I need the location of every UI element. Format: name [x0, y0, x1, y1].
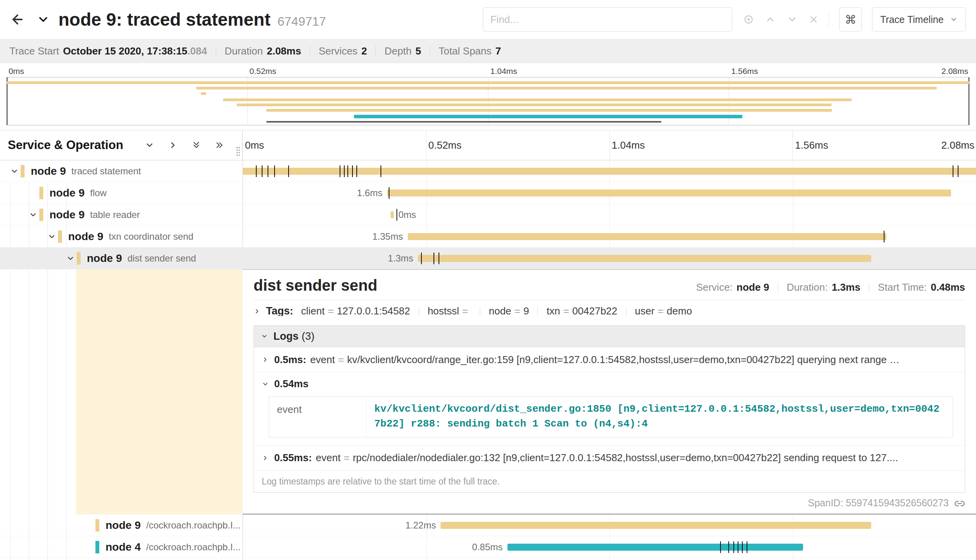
span-event-tick [340, 165, 340, 177]
span-id-value: 5597415943526560273 [846, 497, 949, 509]
service-name: node 4 [106, 541, 141, 553]
collapse-children-icon[interactable] [29, 211, 37, 219]
span-row[interactable]: node 9 txn coordinator send 1.35ms [0, 226, 976, 248]
span-bar[interactable] [507, 544, 803, 551]
keyboard-shortcuts-button[interactable]: ⌘ [839, 7, 862, 32]
span-name-cell[interactable]: node 9 flow [0, 182, 243, 204]
span-row[interactable]: node 9 /cockroach.roachpb.I... 1.22ms [0, 514, 976, 536]
log-time: 0.5ms: [274, 354, 306, 366]
span-name-cell[interactable]: node 9 dist sender send [0, 248, 243, 269]
axis-tick-label: 0.52ms [250, 67, 277, 76]
span-event-tick [274, 165, 275, 177]
minimap-span-bar [7, 81, 969, 84]
service-name: node 9 [49, 187, 85, 199]
span-bar-lane[interactable]: 0ms [243, 204, 976, 225]
log-time: 0.54ms [274, 378, 308, 390]
axis-tick-label: 0ms [245, 139, 264, 151]
span-row[interactable]: node 9 table reader 0ms [0, 204, 976, 226]
span-bar[interactable] [387, 190, 951, 197]
collapse-trace-header-icon[interactable] [37, 13, 50, 26]
service-color-chip [95, 541, 99, 553]
span-duration-label: 1.35ms [243, 231, 403, 242]
expand-all-icon[interactable] [215, 140, 224, 150]
trace-id: 6749717 [277, 14, 326, 29]
clear-search-icon[interactable] [809, 14, 819, 25]
trace-view-select[interactable]: Trace Timeline [872, 7, 966, 32]
span-detail-accent [76, 269, 243, 514]
back-button[interactable] [10, 12, 25, 27]
span-bar-lane[interactable]: 1.35ms [243, 226, 976, 247]
span-name-cell[interactable]: node 4 /cockroach.roachpb.I... [0, 536, 243, 558]
span-bar-lane[interactable]: 1.3ms [243, 248, 976, 269]
span-row-selected[interactable]: node 9 dist sender send 1.3ms [0, 248, 976, 269]
logs-title: Logs [273, 330, 299, 342]
minimap-overlay-bar [266, 121, 661, 123]
minimap-scrubber-right[interactable] [968, 77, 969, 125]
collapse-one-icon[interactable] [145, 140, 154, 150]
log-entry[interactable]: 0.5ms: event=kv/kvclient/kvcoord/range_i… [254, 347, 965, 372]
minimap-span-bar [223, 98, 852, 101]
header-divider [829, 12, 829, 27]
axis-tick-label: 0.52ms [428, 139, 462, 151]
services-label: Services [319, 45, 358, 57]
span-bar[interactable] [408, 233, 887, 240]
depth-value: 5 [416, 45, 421, 57]
collapse-all-icon[interactable] [192, 140, 201, 150]
span-bar[interactable] [391, 211, 394, 218]
log-entry-header[interactable]: 0.54ms [262, 378, 957, 390]
operation-name: /cockroach.roachpb.I... [146, 520, 241, 531]
minimap-canvas[interactable] [6, 77, 970, 125]
span-event-tick [268, 165, 268, 177]
operation-name: table reader [90, 209, 140, 220]
span-rows: node 9 traced statement node 9 flow 1.6m… [0, 160, 976, 560]
span-event-tick [389, 187, 389, 199]
span-bar[interactable] [440, 522, 871, 529]
span-bar-lane[interactable]: 0.85ms [243, 536, 976, 558]
span-event-tick [738, 541, 738, 553]
span-row[interactable]: node 4 /cockroach.roachpb.I... 0.85ms [0, 536, 976, 558]
collapse-children-icon[interactable] [10, 167, 19, 176]
span-id-row: SpanID: 5597415943526560273 [254, 493, 965, 509]
span-bar-lane[interactable] [243, 160, 976, 182]
axis-tick-label: 1.04ms [490, 67, 517, 76]
span-name-cell[interactable]: node 9 txn coordinator send [0, 226, 243, 247]
logs-footnote: Log timestamps are relative to the start… [254, 471, 965, 492]
service-color-chip [21, 165, 25, 177]
span-bar-lane[interactable]: 1.6ms [243, 182, 976, 204]
span-duration-label: 1.3ms [243, 253, 413, 264]
span-detail-panel: dist sender send Service: node 9 Duratio… [243, 269, 976, 514]
axis-tick-label: 0ms [9, 67, 24, 76]
logs-accordion-header[interactable]: Logs (3) [254, 326, 965, 347]
log-value-cell: kv/kvclient/kvcoord/dist_sender.go:1850 … [366, 397, 953, 437]
span-name-cell[interactable]: node 9 table reader [0, 204, 243, 225]
page-title: node 9: traced statement 6749717 [58, 9, 326, 30]
column-resize-grip[interactable] [236, 146, 241, 157]
collapse-children-icon[interactable] [66, 254, 75, 263]
locate-span-icon[interactable] [743, 14, 754, 25]
log-entry[interactable]: 0.55ms: event=rpc/nodedialer/nodedialer.… [254, 446, 965, 471]
expand-one-icon[interactable] [168, 140, 178, 150]
operation-name: traced statement [71, 166, 141, 177]
collapse-children-icon[interactable] [48, 232, 56, 241]
find-input[interactable] [483, 7, 732, 32]
span-name-cell[interactable]: node 9 /cockroach.roachpb.I... [0, 514, 243, 536]
tags-accordion[interactable]: Tags: client=127.0.0.1:54582 hostssl= no… [254, 306, 965, 316]
depth-label: Depth [384, 45, 411, 57]
deep-link-icon[interactable] [954, 497, 965, 509]
start-time-meta-value: 0.48ms [931, 281, 965, 293]
prev-match-icon[interactable] [765, 14, 776, 25]
span-row[interactable]: node 9 flow 1.6ms [0, 182, 976, 204]
span-event-tick [344, 165, 345, 177]
span-bar-lane[interactable]: 1.22ms [243, 514, 976, 536]
trace-summary-bar: Trace Start October 15 2020, 17:38:15 .0… [0, 39, 976, 63]
span-row[interactable]: node 9 traced statement [0, 160, 976, 182]
minimap-axis: 0ms0.52ms1.04ms1.56ms2.08ms [6, 65, 970, 77]
start-time-meta-label: Start Time: [878, 281, 927, 293]
span-event-tick [439, 253, 439, 264]
span-bar[interactable] [418, 255, 871, 262]
next-match-icon[interactable] [787, 14, 798, 25]
span-name-cell[interactable]: node 9 traced statement [0, 160, 243, 182]
logs-count: (3) [302, 330, 315, 342]
duration-meta-value: 1.3ms [832, 281, 860, 293]
minimap-scrubber-left[interactable] [7, 77, 8, 125]
